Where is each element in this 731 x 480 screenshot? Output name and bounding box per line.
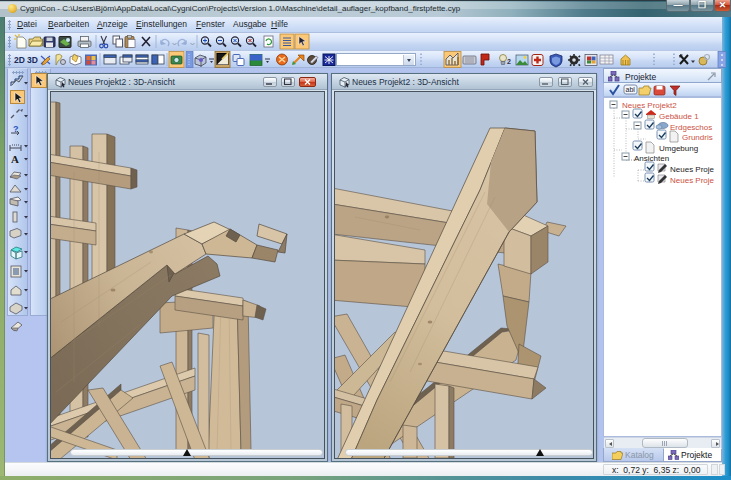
svg-text:3D: 3D [27, 55, 38, 65]
svg-text:Neues Proje: Neues Proje [670, 176, 715, 185]
svg-text:Erdgeschos: Erdgeschos [670, 123, 712, 132]
svg-text:2: 2 [507, 58, 511, 65]
svg-text:Umgebung: Umgebung [659, 144, 698, 153]
svg-text:Grundris: Grundris [682, 133, 713, 142]
svg-text:2D: 2D [14, 55, 25, 65]
svg-text:Neues Projekt2: Neues Projekt2 [622, 101, 677, 110]
svg-text:Gebäude 1: Gebäude 1 [659, 112, 699, 121]
svg-text:Neues Proje: Neues Proje [670, 165, 715, 174]
svg-text:Ansichten: Ansichten [634, 154, 669, 163]
svg-text:abl: abl [626, 86, 636, 93]
svg-text:A: A [11, 153, 19, 165]
